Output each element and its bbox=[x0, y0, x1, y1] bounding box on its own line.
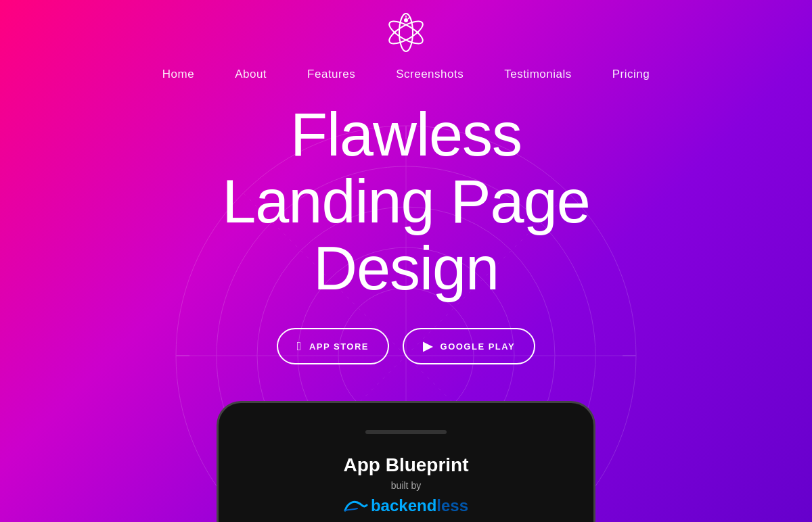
main-nav: Home About Features Screenshots Testimon… bbox=[162, 68, 650, 81]
hero-title: Flawless Landing Page Design bbox=[222, 101, 590, 302]
phone-mockup: App Blueprint built by backendless bbox=[217, 401, 595, 522]
app-store-label: APP STORE bbox=[309, 341, 369, 352]
apple-icon:  bbox=[297, 339, 302, 354]
svg-point-16 bbox=[404, 18, 408, 22]
phone-app-title: App Blueprint bbox=[343, 454, 468, 476]
phone-built-by: built by bbox=[343, 480, 468, 491]
hero-section: Home About Features Screenshots Testimon… bbox=[0, 0, 812, 522]
nav-screenshots[interactable]: Screenshots bbox=[396, 68, 464, 81]
cta-buttons:  APP STORE ▶ GOOGLE PLAY bbox=[277, 328, 535, 364]
nav-testimonials[interactable]: Testimonials bbox=[504, 68, 572, 81]
hero-title-line1: Flawless bbox=[290, 101, 522, 168]
nav-pricing[interactable]: Pricing bbox=[612, 68, 650, 81]
backendless-text: backendless bbox=[371, 496, 468, 515]
backendless-logo: backendless bbox=[343, 496, 468, 515]
nav-home[interactable]: Home bbox=[162, 68, 194, 81]
phone-notch bbox=[365, 430, 447, 434]
svg-line-18 bbox=[408, 17, 410, 19]
backendless-icon bbox=[344, 498, 368, 513]
play-icon: ▶ bbox=[423, 339, 434, 354]
app-store-button[interactable]:  APP STORE bbox=[277, 328, 389, 364]
nav-features[interactable]: Features bbox=[307, 68, 355, 81]
hero-title-line2: Landing Page bbox=[222, 168, 590, 235]
google-play-label: GOOGLE PLAY bbox=[441, 341, 516, 352]
hero-title-line3: Design bbox=[313, 235, 499, 302]
google-play-button[interactable]: ▶ GOOGLE PLAY bbox=[403, 328, 535, 364]
phone-mockup-container: App Blueprint built by backendless bbox=[217, 401, 595, 522]
phone-content: App Blueprint built by backendless bbox=[343, 454, 468, 522]
logo[interactable] bbox=[386, 12, 426, 55]
nav-about[interactable]: About bbox=[235, 68, 267, 81]
